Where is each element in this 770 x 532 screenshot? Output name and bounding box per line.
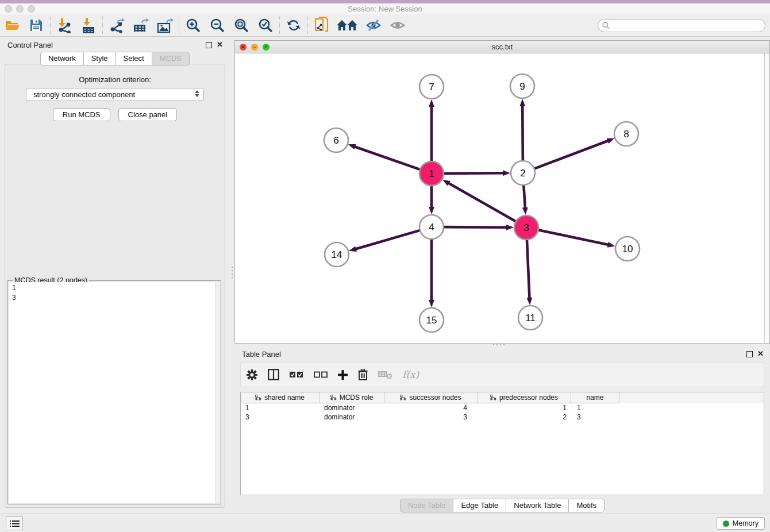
network-view-title: scc.txt — [235, 43, 769, 51]
create-column-plus-icon[interactable] — [338, 370, 348, 380]
toolbar-separator — [279, 17, 280, 34]
table-cell[interactable]: 2 — [478, 413, 571, 422]
attribute-type-icon — [330, 395, 337, 400]
close-panel-button[interactable]: Close panel — [118, 108, 178, 121]
edge-2-3[interactable] — [523, 185, 525, 208]
edge-2-9[interactable] — [522, 106, 523, 161]
table-panel-title: Table Panel — [242, 350, 281, 358]
criterion-value: strongly connected component — [33, 90, 135, 99]
graph-node-label-15: 15 — [426, 315, 437, 326]
search-field[interactable] — [598, 19, 765, 32]
import-table-icon — [80, 17, 97, 33]
graph: 7968124314101511 — [235, 53, 765, 343]
table-cell[interactable]: 1 — [571, 403, 619, 413]
edge-2-8[interactable] — [534, 141, 609, 169]
table-cell[interactable]: 3 — [384, 413, 478, 422]
vertical-splitter[interactable] — [230, 37, 234, 517]
table-cell[interactable]: dominator — [319, 413, 384, 422]
delete-column-trash-icon[interactable] — [358, 369, 368, 380]
column-header-predecessor-nodes[interactable]: predecessor nodes — [478, 392, 571, 403]
edge-4-3[interactable] — [444, 227, 507, 228]
tab-network[interactable]: Network — [40, 52, 84, 65]
table-cell[interactable]: 3 — [241, 413, 319, 422]
edge-3-10[interactable] — [538, 230, 609, 245]
select-all-columns-icon[interactable] — [290, 371, 303, 378]
column-header-MCDS-role[interactable]: MCDS role — [319, 392, 384, 403]
network-window-titlebar[interactable]: ✕ − + scc.txt — [235, 41, 769, 53]
network-canvas[interactable]: 7968124314101511 — [235, 53, 765, 343]
close-table-panel-icon[interactable]: ✕ — [757, 349, 764, 358]
edge-3-11[interactable] — [527, 240, 530, 298]
tab-style[interactable]: Style — [84, 52, 116, 65]
table-row[interactable]: 1dominator411 — [241, 403, 764, 413]
graph-node-label-4: 4 — [429, 222, 434, 233]
criterion-dropdown[interactable]: strongly connected component — [26, 88, 204, 101]
table-cell[interactable]: 1 — [241, 403, 319, 413]
column-header-shared-name[interactable]: shared name — [241, 392, 319, 403]
show-columns-icon[interactable] — [268, 369, 279, 380]
memory-status-icon — [723, 521, 729, 527]
column-header-successor-nodes[interactable]: successor nodes — [384, 392, 478, 403]
toolbar-separator — [179, 17, 179, 34]
eye-icon — [390, 18, 406, 32]
search-input[interactable] — [612, 22, 765, 30]
tab-select[interactable]: Select — [116, 52, 152, 65]
ndex-home-button[interactable] — [334, 16, 361, 34]
graph-node-label-8: 8 — [623, 129, 629, 140]
table-cell[interactable]: 3 — [571, 413, 619, 422]
attribute-type-icon — [255, 395, 261, 400]
close-panel-icon[interactable]: ✕ — [217, 40, 223, 49]
mcds-result-text[interactable]: 1 3 — [9, 282, 220, 503]
zoom-in-button[interactable] — [181, 16, 205, 34]
edge-1-6[interactable] — [355, 147, 420, 169]
graph-node-label-6: 6 — [333, 135, 338, 146]
houses-icon — [336, 18, 359, 32]
refresh-layout-button[interactable] — [282, 16, 306, 34]
memory-button[interactable]: Memory — [717, 517, 765, 530]
search-icon — [602, 22, 610, 29]
attribute-type-icon — [490, 395, 496, 400]
control-panel-tabs: Network Style Select MCDS — [0, 52, 230, 65]
edge-4-14[interactable] — [356, 230, 420, 249]
network-window: ✕ − + scc.txt 7968124314101511 — [234, 40, 770, 344]
export-network-button[interactable] — [105, 16, 129, 34]
open-session-button[interactable] — [0, 16, 24, 34]
table-cell[interactable]: 1 — [478, 403, 571, 413]
edge-3-1[interactable] — [449, 183, 516, 222]
graph-node-label-10: 10 — [622, 244, 633, 255]
edge-1-2[interactable] — [444, 173, 503, 174]
network-vertical-scrollbar[interactable] — [764, 53, 769, 343]
show-panels-button[interactable] — [386, 16, 410, 34]
export-table-button[interactable] — [129, 16, 153, 34]
clone-network-button[interactable] — [310, 16, 334, 34]
tab-motifs[interactable]: Motifs — [569, 499, 605, 512]
hide-panels-button[interactable] — [361, 16, 386, 34]
control-panel-title: Control Panel — [7, 41, 53, 49]
float-panel-icon[interactable] — [206, 42, 212, 48]
run-mcds-button[interactable]: Run MCDS — [53, 108, 110, 121]
tab-node-table[interactable]: Node Table — [400, 499, 454, 512]
attribute-type-icon — [400, 395, 406, 400]
float-table-panel-icon[interactable] — [746, 351, 753, 357]
table-cell[interactable]: dominator — [319, 403, 384, 413]
table-settings-gear-icon[interactable] — [247, 369, 257, 380]
zoom-selected-button[interactable] — [253, 16, 278, 34]
import-table-button[interactable] — [76, 16, 101, 34]
command-panel-button[interactable] — [6, 516, 23, 530]
tab-mcds[interactable]: MCDS — [152, 52, 190, 65]
memory-label: Memory — [733, 519, 759, 527]
result-scrollbar[interactable] — [215, 282, 220, 503]
export-image-button[interactable] — [153, 16, 177, 34]
tab-network-table[interactable]: Network Table — [506, 499, 569, 512]
tab-edge-table[interactable]: Edge Table — [453, 499, 506, 512]
save-session-button[interactable] — [24, 16, 48, 34]
table-row[interactable]: 3dominator323 — [241, 413, 764, 422]
import-network-button[interactable] — [52, 16, 76, 34]
table-cell[interactable]: 4 — [384, 403, 478, 413]
mcds-result-group: MCDS result (2 nodes) 1 3 — [7, 280, 221, 504]
column-header-name[interactable]: name — [571, 392, 619, 403]
unselect-all-columns-icon[interactable] — [314, 371, 328, 378]
zoom-out-button[interactable] — [205, 16, 229, 34]
graph-node-label-7: 7 — [429, 82, 434, 92]
zoom-fit-button[interactable] — [229, 16, 253, 34]
